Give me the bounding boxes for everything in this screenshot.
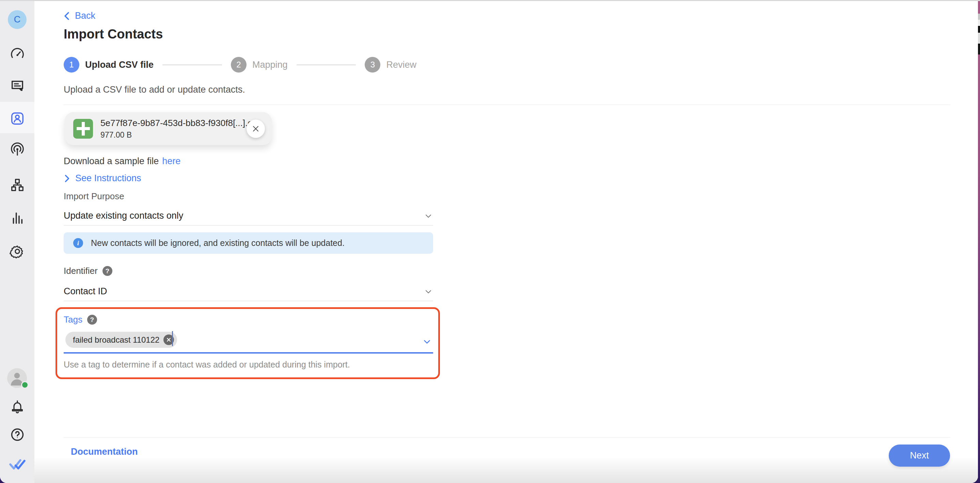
- import-purpose-value: Update existing contacts only: [64, 210, 183, 221]
- close-icon: [251, 125, 260, 133]
- info-icon: i: [73, 238, 83, 248]
- info-alert: i New contacts will be ignored, and exis…: [64, 232, 433, 254]
- workflows-icon: [10, 177, 25, 193]
- back-label: Back: [75, 11, 95, 21]
- back-button[interactable]: Back: [63, 11, 95, 21]
- stepper: 1 Upload CSV file 2 Mapping 3 Review: [64, 57, 417, 73]
- step-mapping: 2 Mapping: [231, 57, 288, 73]
- desktop-edge-fragment: [978, 14, 980, 20]
- sidebar-item-help[interactable]: [0, 427, 34, 443]
- sidebar-item-notifications[interactable]: [0, 399, 34, 414]
- sidebar-item-broadcast[interactable]: [0, 142, 34, 157]
- sample-file-row: Download a sample file here: [64, 156, 180, 167]
- sidebar-item-settings[interactable]: [0, 244, 34, 259]
- identifier-label-row: Identifier ?: [64, 266, 112, 276]
- uploaded-file-chip: 5e77f87e-9b87-453d-bb83-f930f8[...].csv …: [65, 112, 272, 145]
- dashboard-icon: [10, 46, 25, 62]
- sidebar-item-reports[interactable]: [0, 210, 34, 225]
- broadcast-icon: [10, 142, 25, 158]
- step-number: 2: [231, 57, 247, 73]
- see-instructions-toggle[interactable]: See Instructions: [64, 173, 141, 183]
- import-purpose-select[interactable]: Update existing contacts only: [64, 206, 433, 225]
- step-label: Mapping: [252, 60, 288, 70]
- chevron-down-icon: [423, 287, 433, 296]
- chat-icon: [10, 78, 25, 93]
- step-label: Review: [386, 60, 417, 70]
- window-top-border: [0, 0, 980, 1]
- see-instructions-label: See Instructions: [75, 173, 141, 183]
- sample-file-text: Download a sample file: [64, 156, 159, 167]
- step-label: Upload CSV file: [85, 60, 154, 70]
- section-divider: [64, 105, 950, 105]
- sidebar-item-dashboard[interactable]: [0, 46, 34, 61]
- step-connector: [162, 64, 222, 65]
- page-title: Import Contacts: [64, 27, 163, 41]
- sample-file-link[interactable]: here: [162, 156, 180, 167]
- sidebar-item-brand: [0, 457, 34, 473]
- identifier-help-icon[interactable]: ?: [102, 266, 112, 276]
- file-meta: 5e77f87e-9b87-453d-bb83-f930f8[...].csv …: [100, 118, 247, 140]
- step-review: 3 Review: [365, 57, 417, 73]
- tag-chip: failed broadcast 110122: [65, 332, 177, 348]
- online-status-dot: [21, 381, 29, 389]
- tags-input-underline[interactable]: [64, 352, 433, 354]
- tags-label-row: Tags ?: [64, 314, 97, 325]
- import-purpose-label: Import Purpose: [64, 191, 124, 202]
- step-connector: [297, 64, 356, 65]
- sidebar-item-workflows[interactable]: [0, 177, 34, 193]
- text-cursor: [172, 331, 173, 346]
- tags-label: Tags: [64, 314, 83, 325]
- remove-file-button[interactable]: [247, 120, 265, 138]
- file-size: 977.00 B: [100, 131, 247, 140]
- app-window: C: [0, 0, 978, 483]
- workspace-avatar[interactable]: C: [8, 10, 27, 29]
- bell-icon: [10, 399, 25, 414]
- next-button[interactable]: Next: [889, 445, 950, 467]
- desktop-edge-fragment: [978, 20, 980, 26]
- upload-description: Upload a CSV file to add or update conta…: [64, 84, 245, 95]
- documentation-link[interactable]: Documentation: [71, 446, 138, 457]
- sidebar-item-contacts[interactable]: [0, 111, 34, 126]
- sidebar-item-messages[interactable]: [0, 78, 34, 93]
- tags-chevron-down-icon[interactable]: [422, 336, 432, 347]
- tags-help-icon[interactable]: ?: [87, 315, 97, 325]
- step-upload: 1 Upload CSV file: [64, 57, 154, 73]
- identifier-value: Contact ID: [64, 286, 107, 296]
- info-alert-text: New contacts will be ignored, and existi…: [91, 238, 345, 248]
- sidebar: C: [0, 1, 34, 483]
- help-icon: [10, 427, 25, 443]
- desktop-edge-fragment: [978, 33, 980, 44]
- identifier-label: Identifier: [64, 266, 98, 276]
- bottom-gradient: [34, 457, 978, 483]
- step-number: 3: [365, 57, 380, 73]
- file-name: 5e77f87e-9b87-453d-bb83-f930f8[...].csv: [100, 118, 247, 128]
- tag-chip-label: failed broadcast 110122: [73, 335, 159, 345]
- step-number: 1: [64, 57, 80, 73]
- spreadsheet-file-icon: [73, 119, 93, 139]
- chevron-right-icon: [64, 174, 70, 183]
- tags-helper-text: Use a tag to determine if a contact was …: [64, 360, 350, 370]
- chevron-left-icon: [63, 11, 70, 21]
- contacts-icon: [10, 111, 25, 126]
- desktop-edge-fragment: [978, 44, 980, 54]
- gear-icon: [10, 244, 25, 259]
- brand-doublecheck-icon: [8, 458, 26, 472]
- main-content: Back Import Contacts 1 Upload CSV file 2…: [34, 1, 978, 483]
- identifier-select[interactable]: Contact ID: [64, 282, 433, 301]
- chevron-down-icon: [423, 211, 433, 221]
- bar-chart-icon: [10, 210, 25, 226]
- footer-divider: [64, 437, 950, 438]
- desktop-edge-fragment: [978, 26, 980, 33]
